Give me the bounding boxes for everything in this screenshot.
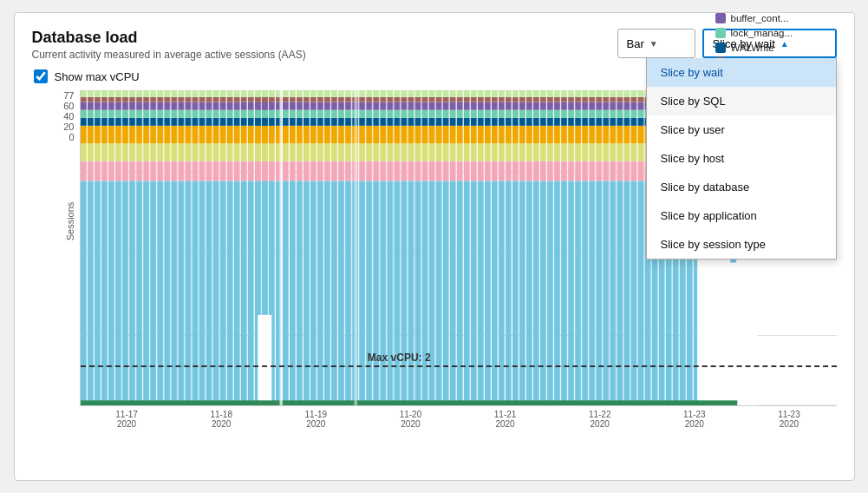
show-max-vcpu-checkbox[interactable] bbox=[34, 69, 48, 83]
x-label-2: 11-192020 bbox=[290, 410, 342, 429]
legend-item-walwrite: WALWrite bbox=[715, 43, 854, 53]
x-label-6: 11-232020 bbox=[669, 410, 721, 429]
chart-type-label: Bar bbox=[627, 37, 644, 50]
dropdown-item-sql[interactable]: Slice by SQL bbox=[647, 87, 836, 115]
legend-color-lock-manag bbox=[715, 28, 726, 38]
x-label-1: 11-182020 bbox=[195, 410, 247, 429]
legend-item-buffer-cont: buffer_cont... bbox=[715, 13, 854, 23]
max-vcpu-line bbox=[81, 365, 837, 367]
show-max-vcpu-label: Show max vCPU bbox=[55, 70, 140, 83]
dropdown-item-database[interactable]: Slice by database bbox=[647, 173, 836, 201]
legend-label-lock-manag: lock_manag... bbox=[731, 28, 793, 38]
dropdown-item-host[interactable]: Slice by host bbox=[647, 144, 836, 173]
y-axis-title: Sessions bbox=[65, 202, 75, 241]
y-label-40: 40 bbox=[63, 111, 74, 122]
y-axis: 77 60 40 20 0 bbox=[32, 90, 80, 177]
y-label-60: 60 bbox=[63, 101, 74, 111]
x-axis: 11-172020 11-182020 11-192020 11-202020 … bbox=[80, 406, 837, 429]
dropdown-item-user[interactable]: Slice by user bbox=[647, 115, 836, 144]
y-label-20: 20 bbox=[63, 122, 74, 132]
y-label-77: 77 bbox=[63, 90, 74, 101]
dropdown-item-application[interactable]: Slice by application bbox=[647, 201, 836, 230]
x-label-4: 11-212020 bbox=[480, 410, 532, 429]
chart-type-arrow: ▼ bbox=[649, 39, 658, 49]
x-label-7: 11-232020 bbox=[763, 410, 815, 429]
max-vcpu-label: Max vCPU: 2 bbox=[368, 352, 431, 364]
svg-rect-15 bbox=[258, 315, 271, 405]
svg-rect-16 bbox=[258, 90, 271, 315]
legend-label-buffer-cont: buffer_cont... bbox=[731, 13, 789, 23]
svg-rect-35 bbox=[354, 90, 356, 405]
database-load-card: Database load Current activity measured … bbox=[14, 12, 855, 481]
legend-color-buffer-cont bbox=[715, 13, 726, 23]
page-title: Database load bbox=[32, 29, 306, 47]
chart-type-select[interactable]: Bar ▼ bbox=[617, 29, 695, 58]
legend-item-lock-manag: lock_manag... bbox=[715, 28, 854, 38]
x-label-5: 11-222020 bbox=[574, 410, 626, 429]
legend-color-walwrite bbox=[715, 43, 726, 53]
dropdown-item-session-type[interactable]: Slice by session type bbox=[647, 230, 836, 259]
dropdown-item-wait[interactable]: Slice by wait bbox=[647, 58, 836, 87]
legend-label-walwrite: WALWrite bbox=[731, 43, 774, 53]
y-axis-container: Sessions 77 60 40 20 0 bbox=[32, 90, 80, 429]
x-label-3: 11-202020 bbox=[384, 410, 436, 429]
x-label-0: 11-172020 bbox=[101, 410, 153, 429]
svg-rect-33 bbox=[81, 400, 737, 405]
title-block: Database load Current activity measured … bbox=[32, 29, 306, 61]
svg-rect-34 bbox=[279, 90, 282, 405]
y-label-0: 0 bbox=[69, 132, 74, 142]
slice-dropdown-menu: Slice by wait Slice by SQL Slice by user… bbox=[646, 58, 837, 260]
page-subtitle: Current activity measured in average act… bbox=[32, 49, 306, 61]
